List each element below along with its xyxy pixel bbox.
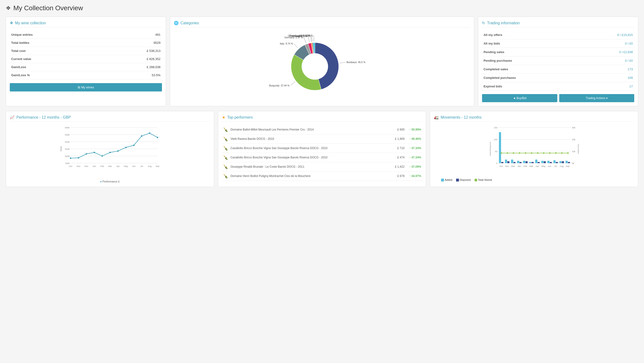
- list-item: 🍾 Domaine Henri Boillot Puligny-Montrach…: [222, 172, 422, 181]
- list-item: 🍾 Cavallotto Bricco Boschis Vigna San Gi…: [222, 144, 422, 153]
- svg-text:Oct: Oct: [69, 165, 72, 168]
- list-item: 🍾 Giuseppe Rinaldi Brunate - Le Coste Ba…: [222, 162, 422, 172]
- disposed-bar: [508, 161, 510, 163]
- added-legend: Added: [441, 178, 452, 182]
- svg-text:Sep: Sep: [156, 165, 159, 168]
- svg-text:Dec: Dec: [84, 165, 88, 168]
- data-point: [94, 152, 95, 153]
- added-bar: [554, 160, 556, 163]
- movements-icon: 🚛: [434, 115, 439, 120]
- svg-text:820k: 820k: [65, 141, 70, 143]
- table-row: All my bids0 / £0: [482, 39, 634, 48]
- svg-text:May: May: [542, 165, 546, 168]
- svg-text:100: 100: [494, 138, 498, 141]
- svg-text:Feb: Feb: [100, 165, 104, 168]
- top-performers-title: ★ Top performers: [222, 115, 422, 122]
- total-stored-point: [507, 152, 508, 154]
- total-stored-point: [519, 152, 520, 154]
- disposed-bar: [568, 162, 570, 163]
- disposed-bar: [538, 162, 540, 163]
- wine-collection-stats: Unique entries491Total bottles6529Total …: [10, 31, 162, 79]
- svg-line-14: [314, 36, 314, 42]
- svg-text:Added/Disposed: Added/Disposed: [490, 142, 492, 156]
- my-wines-button[interactable]: ⊞ My wines: [10, 83, 162, 92]
- svg-text:Apr: Apr: [536, 165, 539, 168]
- added-bar: [548, 161, 550, 163]
- svg-text:Sep: Sep: [566, 165, 570, 168]
- svg-text:Bordeaux: 45.5 %: Bordeaux: 45.5 %: [346, 61, 366, 64]
- disposed-bar: [520, 162, 522, 163]
- star-icon: ★: [222, 115, 225, 120]
- data-point: [133, 144, 134, 146]
- top-grid: ❖ My wine collection Unique entries491To…: [0, 14, 644, 108]
- svg-text:May: May: [124, 165, 128, 168]
- svg-text:810k: 810k: [65, 148, 70, 150]
- added-bar: [523, 161, 526, 163]
- disposed-bar: [514, 162, 516, 163]
- buy-bid-button[interactable]: ◄ Buy/Bid: [482, 94, 557, 102]
- performance-icon: 📈: [10, 115, 14, 120]
- svg-line-6: [304, 38, 306, 43]
- added-bar: [529, 162, 531, 163]
- svg-text:20k: 20k: [572, 138, 576, 141]
- movements-title: 🚛 Movements - 12 months: [434, 115, 634, 122]
- svg-text:840k: 840k: [65, 126, 70, 129]
- svg-text:30k: 30k: [572, 126, 576, 129]
- svg-text:830k: 830k: [65, 134, 70, 136]
- svg-text:Mar: Mar: [108, 165, 112, 168]
- disposed-legend: Disposed: [456, 178, 470, 182]
- list-item: 🍾 Cavallotto Bricco Boschis Vigna San Gi…: [222, 153, 422, 162]
- table-row: Current value£ 826,352: [10, 55, 162, 63]
- svg-text:Aug: Aug: [560, 165, 564, 168]
- svg-text:Jul: Jul: [554, 165, 557, 168]
- table-row: Pending purchases0 / £0: [482, 56, 634, 65]
- svg-text:Total Bottles: Total Bottles: [578, 144, 580, 154]
- list-item: 🍾 Vietti Ravera Barolo DOCG - 2010 £ 1,9…: [222, 134, 422, 144]
- svg-text:Jul: Jul: [140, 165, 143, 168]
- wine-bottle-icon: 🍾: [223, 127, 228, 132]
- table-row: Completed sales173: [482, 65, 634, 74]
- disposed-bar: [526, 161, 528, 163]
- disposed-bar: [550, 162, 552, 163]
- total-stored-point: [500, 152, 502, 154]
- trading-actions-button[interactable]: Trading Actions ▾: [559, 94, 634, 102]
- performance-title: 📈 Performance - 12 months - GBP: [10, 115, 210, 122]
- added-bar: [536, 160, 538, 163]
- disposed-bar: [501, 162, 504, 163]
- disposed-bar: [562, 161, 564, 163]
- svg-line-2: [290, 82, 295, 85]
- top-performers-card: ★ Top performers 🍾 Domaine Ballot-Millot…: [218, 111, 426, 187]
- svg-text:Jun: Jun: [132, 165, 136, 168]
- svg-text:Mar: Mar: [530, 165, 533, 168]
- data-point: [149, 132, 150, 134]
- data-point: [86, 153, 87, 154]
- svg-text:150: 150: [494, 126, 498, 129]
- svg-text:Burgundy: 37.44 %: Burgundy: 37.44 %: [269, 84, 289, 87]
- table-row: Gain/Loss£ 288,038: [10, 63, 162, 71]
- wine-collection-icon: ❖: [10, 21, 13, 25]
- added-bar: [511, 160, 513, 163]
- disposed-bar: [532, 162, 534, 163]
- svg-text:Value: Value: [60, 146, 62, 152]
- svg-text:Apr: Apr: [116, 165, 120, 168]
- data-point: [117, 150, 118, 152]
- wine-bottle-icon: 🍾: [223, 146, 228, 151]
- svg-text:Italy: 9.74 %: Italy: 9.74 %: [280, 42, 293, 45]
- data-point: [125, 147, 127, 148]
- svg-text:Nov: Nov: [77, 165, 81, 168]
- svg-text:Dec: Dec: [511, 165, 516, 168]
- total-stored-point: [537, 152, 538, 154]
- performers-list: 🍾 Domaine Ballot-Millot Meursault Les Pe…: [222, 125, 422, 181]
- table-row: Completed purchases109: [482, 74, 634, 82]
- movements-card: 🚛 Movements - 12 months 050100150Added/D…: [430, 111, 638, 187]
- svg-text:Jan: Jan: [518, 165, 521, 168]
- wine-collection-title: ❖ My wine collection: [10, 21, 162, 28]
- trading-icon: ↻: [482, 21, 485, 25]
- data-point: [157, 137, 158, 138]
- my-wines-icon: ⊞: [78, 86, 80, 89]
- svg-text:Feb: Feb: [524, 165, 527, 168]
- svg-text:50: 50: [495, 150, 498, 153]
- added-bar: [566, 161, 568, 163]
- table-row: Expired bids17: [482, 82, 634, 91]
- added-bar: [541, 161, 544, 163]
